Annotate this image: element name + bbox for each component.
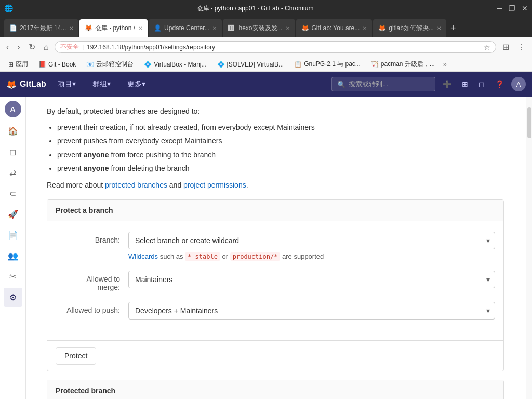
sidebar-item-deploy[interactable]: 🚀 (4, 205, 22, 223)
nav-more-label: 更多▾ (127, 79, 145, 89)
bookmark-vbox-icon: 💠 (144, 61, 152, 68)
menu-button[interactable]: ⋮ (515, 41, 528, 53)
gitlab-logo[interactable]: 🦊 GitLab (6, 79, 46, 89)
push-row: Allowed to push: Developers + Maintainer… (56, 302, 495, 320)
tab-close-3[interactable]: ✕ (212, 25, 217, 31)
bookmark-git-label: Git - Book (48, 61, 76, 68)
gitlab-logo-text: GitLab (20, 79, 46, 89)
maximize-icon[interactable]: ❐ (509, 4, 515, 12)
help-icon[interactable]: ❓ (492, 78, 507, 90)
tab-favicon-6: 🦊 (378, 24, 385, 32)
window-controls[interactable]: 🌐 (4, 4, 13, 12)
scrollbar-thumb[interactable] (527, 107, 531, 138)
back-button[interactable]: ‹ (4, 42, 11, 53)
protected-branches-link[interactable]: protected branches (105, 181, 167, 189)
description-text: By default, protected branches are desig… (47, 107, 504, 115)
search-icon: 🔍 (337, 81, 345, 88)
page-layout: A 🏠 ◻ ⇄ ⊂ 🚀 📄 👥 ✂ ⚙ By default, protecte… (0, 97, 532, 399)
bookmark-pacman[interactable]: 🏹 pacman 升级后，... (367, 59, 439, 70)
tab-label-3: Update Center... (164, 24, 209, 32)
sidebar: A 🏠 ◻ ⇄ ⊂ 🚀 📄 👥 ✂ ⚙ (0, 97, 26, 399)
tab-bar: 📄 2017年最新 14... ✕ 🦊 仓库 · python / ✕ 👤 Up… (0, 17, 532, 37)
new-tab-button[interactable]: + (447, 23, 459, 34)
sidebar-item-home[interactable]: 🏠 (4, 122, 22, 140)
bookmark-gnupg[interactable]: 📋 GnuPG-2.1 与 pac... (290, 59, 365, 70)
address-bar[interactable]: 不安全 | 192.168.1.18/python/app01/settings… (55, 41, 496, 53)
branch-select[interactable]: Select branch or create wildcard (128, 232, 495, 249)
bullet-1: prevent their creation, if not already c… (57, 122, 504, 133)
avatar[interactable]: A (5, 101, 21, 117)
new-item-icon[interactable]: ➕ (440, 78, 455, 90)
address-text[interactable]: 192.168.1.18/python/app01/settings/repos… (87, 44, 481, 51)
wildcards-link[interactable]: Wildcards (128, 252, 158, 260)
protect-button[interactable]: Protect (56, 347, 96, 365)
project-permissions-link[interactable]: project permissions (183, 181, 246, 189)
bookmark-git[interactable]: 📕 Git - Book (34, 60, 80, 69)
tab-5[interactable]: 🦊 GitLab: You are... ✕ (296, 19, 373, 37)
todos-icon[interactable]: ◻ (475, 78, 488, 90)
merge-select[interactable]: Maintainers (128, 271, 495, 288)
bookmark-mail-icon: 📧 (86, 61, 94, 68)
sidebar-item-wiki[interactable]: ✂ (4, 267, 22, 286)
sidebar-item-commits[interactable]: ⊂ (4, 184, 22, 203)
read-more-prefix: Read more about (47, 181, 105, 189)
search-placeholder: 搜索或转到... (349, 79, 388, 89)
window-title: 仓库 · python / app01 · GitLab - Chromium (13, 4, 497, 13)
tab-4[interactable]: 🅷 hexo安装及发... ✕ (223, 19, 295, 37)
bookmark-pacman-label: pacman 升级后，... (381, 60, 435, 69)
merge-select-wrapper: Maintainers (128, 271, 495, 288)
extensions-button[interactable]: ⊞ (500, 41, 511, 53)
tab-3[interactable]: 👤 Update Center... ✕ (149, 19, 222, 37)
minimize-icon[interactable]: ─ (497, 4, 502, 12)
tab-close-1[interactable]: ✕ (69, 25, 73, 31)
branch-label: Branch: (56, 232, 128, 244)
bookmark-apps[interactable]: ⊞ 应用 (4, 59, 32, 70)
bullet-list: prevent their creation, if not already c… (57, 122, 504, 175)
nav-projects[interactable]: 项目▾ (52, 75, 81, 93)
tab-label-1: 2017年最新 14... (20, 24, 66, 33)
reload-button[interactable]: ↻ (26, 41, 37, 53)
tab-label-4: hexo安装及发... (238, 24, 282, 33)
tab-favicon-1: 📄 (9, 24, 17, 32)
bold-anyone-2: anyone (84, 164, 109, 172)
sidebar-item-members[interactable]: 👥 (4, 246, 22, 265)
tab-close-4[interactable]: ✕ (286, 25, 290, 31)
tab-close-2[interactable]: ✕ (138, 25, 142, 31)
tab-6[interactable]: 🦊 gitlab如何解决... ✕ (373, 19, 446, 37)
bookmark-mail-label: 云邮箱控制台 (96, 60, 134, 69)
tab-label-6: gitlab如何解决... (389, 24, 434, 33)
bookmark-mail[interactable]: 📧 云邮箱控制台 (82, 59, 138, 70)
apps-grid-icon: ⊞ (8, 61, 14, 68)
header-right: 🔍 搜索或转到... ➕ ⊞ ◻ ❓ A (331, 77, 526, 91)
tab-1[interactable]: 📄 2017年最新 14... ✕ (4, 19, 78, 37)
bookmark-vbox[interactable]: 💠 VirtualBox - Manj... (140, 60, 210, 69)
close-icon[interactable]: ✕ (522, 4, 528, 12)
bookmark-icon[interactable]: ☆ (484, 43, 490, 51)
nav-more[interactable]: 更多▾ (122, 75, 151, 93)
scrollbar[interactable] (526, 97, 532, 399)
merge-requests-icon[interactable]: ⊞ (459, 78, 471, 90)
nav-groups[interactable]: 群组▾ (87, 75, 116, 93)
bullet-3: prevent anyone from force pushing to the… (57, 149, 504, 161)
sidebar-item-snippets[interactable]: 📄 (4, 225, 22, 244)
push-select[interactable]: Developers + Maintainers (128, 302, 495, 320)
home-button[interactable]: ⌂ (42, 42, 51, 53)
forward-button[interactable]: › (15, 42, 22, 53)
tab-close-5[interactable]: ✕ (363, 25, 367, 31)
sidebar-item-merge[interactable]: ⇄ (4, 163, 22, 182)
bookmark-solved[interactable]: 💠 [SOLVED] VirtualB... (213, 60, 288, 69)
search-bar[interactable]: 🔍 搜索或转到... (331, 77, 435, 91)
gitlab-header: 🦊 GitLab 项目▾ 群组▾ 更多▾ 🔍 搜索或转到... ➕ ⊞ ◻ ❓ … (0, 72, 532, 97)
bold-anyone-1: anyone (84, 151, 109, 159)
user-avatar[interactable]: A (511, 77, 526, 91)
merge-row: Allowed tomerge: Maintainers (56, 271, 495, 291)
protect-branch-header: Protect a branch (47, 200, 503, 221)
more-bookmarks-button[interactable]: » (441, 60, 449, 69)
sidebar-item-issues[interactable]: ◻ (4, 142, 22, 161)
tab-2[interactable]: 🦊 仓库 · python / ✕ (79, 19, 148, 37)
sidebar-item-settings[interactable]: ⚙ (4, 288, 22, 307)
bookmark-solved-label: [SOLVED] VirtualB... (227, 61, 284, 68)
tab-close-6[interactable]: ✕ (437, 25, 441, 31)
wildcard-code-2: production/* (230, 252, 281, 261)
bullet-2: prevent pushes from everybody except Mai… (57, 135, 504, 147)
